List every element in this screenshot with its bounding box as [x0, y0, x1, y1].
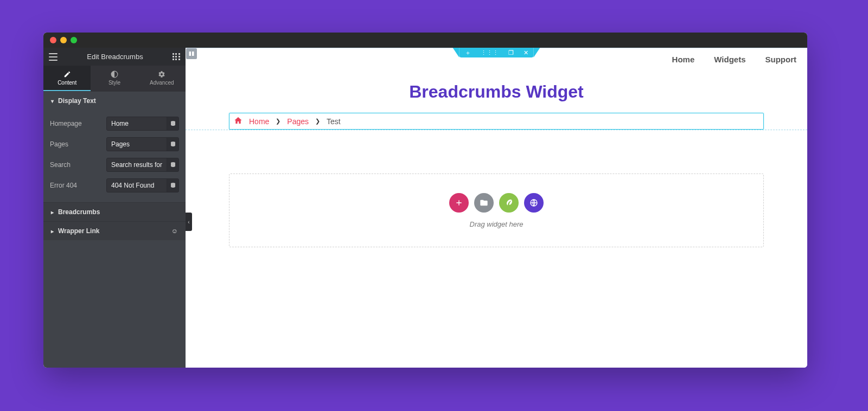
contrast-icon — [111, 70, 118, 78]
section-header-display-text[interactable]: ▾ Display Text — [43, 91, 186, 110]
add-template-button[interactable] — [474, 193, 494, 213]
caret-right-icon: ▸ — [51, 228, 54, 234]
section-handle: ＋ ⋮⋮⋮ ❐ ✕ — [459, 48, 534, 57]
drop-area[interactable]: Drag widget here — [229, 174, 764, 247]
field-search: Search — [43, 155, 186, 175]
widgets-grid-icon[interactable] — [173, 53, 180, 61]
sidebar-collapse-handle[interactable]: ‹ — [186, 213, 192, 231]
field-label: Search — [50, 161, 102, 169]
breadcrumb-current: Test — [327, 117, 341, 126]
canvas: ＋ ⋮⋮⋮ ❐ ✕ Home Widgets Support Breadcrum… — [186, 48, 807, 368]
field-label: Error 404 — [50, 182, 102, 189]
global-button[interactable] — [524, 193, 544, 213]
folder-icon — [480, 198, 488, 207]
info-icon: ☺ — [171, 227, 178, 235]
search-input[interactable] — [107, 158, 167, 171]
window-maximize[interactable] — [71, 37, 77, 43]
dynamic-tags-button[interactable] — [167, 158, 178, 171]
dynamic-tags-button[interactable] — [167, 117, 178, 130]
caret-right-icon: ▸ — [51, 209, 54, 215]
pencil-icon — [63, 70, 71, 78]
drop-hint: Drag widget here — [470, 220, 524, 228]
sidebar-title: Edit Breadcrumbs — [87, 53, 143, 61]
breadcrumb-item[interactable]: Home — [249, 117, 269, 126]
duplicate-section-icon[interactable]: ❐ — [508, 49, 514, 56]
home-icon — [234, 116, 242, 126]
homepage-input[interactable] — [107, 117, 167, 130]
caret-down-icon: ▾ — [51, 98, 54, 104]
edit-section-icon[interactable]: ⋮⋮⋮ — [481, 49, 499, 56]
add-widget-chips — [449, 193, 544, 213]
database-icon — [170, 162, 176, 168]
field-label: Homepage — [50, 120, 102, 127]
tab-advanced[interactable]: Advanced — [138, 66, 186, 91]
app-window: Edit Breadcrumbs Content Style — [43, 33, 807, 368]
envato-button[interactable] — [499, 193, 519, 213]
chevron-right-icon: ❯ — [276, 118, 280, 125]
field-homepage: Homepage — [43, 113, 186, 134]
field-label: Pages — [50, 140, 102, 148]
dynamic-tags-button[interactable] — [167, 179, 178, 192]
error404-input[interactable] — [107, 179, 167, 192]
dynamic-tags-button[interactable] — [167, 138, 178, 151]
leaf-icon — [505, 198, 513, 207]
add-widget-button[interactable] — [449, 193, 469, 213]
page-title: Breadcrumbs Widget — [186, 82, 807, 102]
window-close[interactable] — [50, 37, 56, 43]
breadcrumb-widget[interactable]: Home ❯ Pages ❯ Test — [229, 113, 764, 130]
section-body-display-text: Homepage Pages — [43, 110, 186, 202]
pages-input[interactable] — [107, 138, 167, 151]
menu-icon[interactable] — [49, 53, 58, 61]
editor-sidebar: Edit Breadcrumbs Content Style — [43, 48, 186, 368]
add-section-icon[interactable]: ＋ — [465, 49, 471, 57]
section-header-wrapper-link[interactable]: ▸ Wrapper Link ☺ — [43, 221, 186, 240]
field-error404: Error 404 — [43, 175, 186, 196]
gear-icon — [158, 70, 165, 78]
tab-style[interactable]: Style — [91, 66, 138, 91]
plus-icon — [455, 198, 463, 207]
mode-tabs: Content Style Advanced — [43, 66, 186, 91]
window-minimize[interactable] — [60, 37, 67, 43]
site-nav: Home Widgets Support — [672, 55, 796, 64]
delete-section-icon[interactable]: ✕ — [524, 49, 528, 56]
breadcrumb-item[interactable]: Pages — [287, 117, 309, 126]
database-icon — [170, 141, 176, 147]
section-header-breadcrumbs[interactable]: ▸ Breadcrumbs — [43, 202, 186, 221]
sidebar-header: Edit Breadcrumbs — [43, 48, 186, 66]
database-icon — [170, 182, 176, 189]
nav-link[interactable]: Home — [672, 55, 695, 64]
chevron-right-icon: ❯ — [315, 118, 320, 125]
window-title-bar — [43, 33, 807, 48]
database-icon — [170, 120, 176, 127]
tab-content[interactable]: Content — [43, 66, 91, 91]
nav-link[interactable]: Support — [765, 55, 797, 64]
nav-link[interactable]: Widgets — [714, 55, 745, 64]
field-pages: Pages — [43, 134, 186, 155]
globe-icon — [529, 198, 538, 207]
